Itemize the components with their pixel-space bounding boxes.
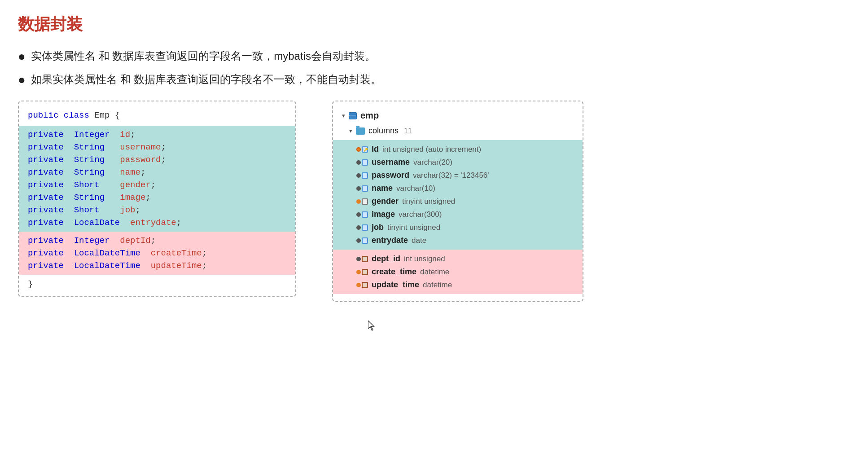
db-row-entrydate: entrydate date [333,234,583,247]
field-name-type: varchar(10) [396,184,435,193]
field-dept-id-type: int unsigned [404,255,445,264]
field-gender: gender [372,197,399,206]
code-line-job: private Short job; [19,204,295,216]
db-box: ▾ emp ▾ columns 11 🔑 [332,101,583,302]
main-content: public class Emp { private Integer id; p… [18,101,850,302]
field-entrydate-type: date [412,236,426,245]
db-row-dept-id: dept_id int unsigned [333,252,583,265]
db-green-rows: 🔑 id int unsigned (auto increment) usern… [333,140,583,250]
code-line-entrydate: private LocalDate entrydate; [19,216,295,229]
field-update-time: update_time [372,280,419,290]
col-icon-create-time [356,269,368,275]
db-columns-header: ▾ columns 11 [333,124,583,140]
code-line-updateTime: private LocalDateTime updateTime; [19,259,295,272]
db-row-id: 🔑 id int unsigned (auto increment) [333,143,583,156]
chevron-down-icon-2: ▾ [349,127,352,134]
field-name: name [372,184,393,193]
field-create-time: create_time [372,267,416,277]
bullet-text-2: 如果实体类属性名 和 数据库表查询返回的字段名不一致，不能自动封装。 [31,72,381,87]
folder-icon [356,127,365,135]
field-job-type: tinyint unsigned [387,223,440,232]
code-line-id: private Integer id; [19,128,295,141]
db-row-gender: gender tinyint unsigned [333,195,583,208]
two-col-layout: public class Emp { private Integer id; p… [18,101,850,302]
col-icon-dept-id [356,256,368,262]
code-green-block: private Integer id; private String usern… [19,126,295,232]
bullet-text-1: 实体类属性名 和 数据库表查询返回的字段名一致，mybatis会自动封装。 [31,49,376,63]
code-red-block: private Integer deptId; private LocalDat… [19,232,295,275]
field-update-time-type: datetime [423,281,452,290]
field-image: image [372,210,395,219]
db-row-password: password varchar(32) = '123456' [333,169,583,182]
col-icon-image [356,211,368,218]
field-id-type: int unsigned (auto increment) [382,145,481,154]
field-image-type: varchar(300) [399,210,442,219]
field-entrydate: entrydate [372,236,408,245]
db-table-header: ▾ emp [333,109,583,124]
bullet-item-1: ● 实体类属性名 和 数据库表查询返回的字段名一致，mybatis会自动封装。 [18,49,850,64]
code-line-deptId: private Integer deptId; [19,234,295,247]
pk-icon: 🔑 [356,146,368,153]
db-row-name: name varchar(10) [333,182,583,195]
field-id: id [372,145,379,154]
col-icon-gender [356,198,368,205]
code-line-password: private String password; [19,154,295,166]
db-columns-count: 11 [404,127,412,135]
col-icon-job [356,224,368,231]
code-header: public class Emp { [19,109,295,126]
field-create-time-type: datetime [420,268,449,277]
code-line-createTime: private LocalDateTime createTime; [19,247,295,259]
svg-marker-0 [368,321,374,330]
code-line-name: private String name; [19,166,295,179]
field-gender-type: tinyint unsigned [402,197,455,206]
db-table-name: emp [360,110,379,121]
bullet-item-2: ● 如果实体类属性名 和 数据库表查询返回的字段名不一致，不能自动封装。 [18,72,850,88]
field-password-type: varchar(32) = '123456' [413,171,489,180]
db-row-username: username varchar(20) [333,156,583,169]
field-username-type: varchar(20) [413,158,452,167]
field-dept-id: dept_id [372,254,400,264]
col-icon-password [356,172,368,179]
col-icon-username [356,159,368,166]
bullet-dot-1: ● [18,49,26,64]
code-footer: } [19,275,295,289]
code-line-username: private String username; [19,141,295,154]
db-red-rows: dept_id int unsigned create_time datetim… [333,250,583,294]
page-title: 数据封装 [18,13,850,35]
db-row-image: image varchar(300) [333,208,583,221]
col-icon-update-time [356,282,368,288]
bullet-list: ● 实体类属性名 和 数据库表查询返回的字段名一致，mybatis会自动封装。 … [18,49,850,87]
field-job: job [372,223,384,232]
code-line-image: private String image; [19,191,295,204]
code-box: public class Emp { private Integer id; p… [18,101,296,297]
db-row-update-time: update_time datetime [333,278,583,291]
db-row-job: job tinyint unsigned [333,221,583,234]
table-icon [349,112,357,119]
col-icon-entrydate [356,237,368,244]
db-columns-label: columns [368,126,399,136]
bullet-dot-2: ● [18,72,26,88]
col-icon-name [356,185,368,192]
field-username: username [372,158,410,167]
field-password: password [372,171,409,180]
db-row-create-time: create_time datetime [333,265,583,278]
code-line-gender: private Short gender; [19,179,295,191]
chevron-down-icon: ▾ [342,112,345,119]
